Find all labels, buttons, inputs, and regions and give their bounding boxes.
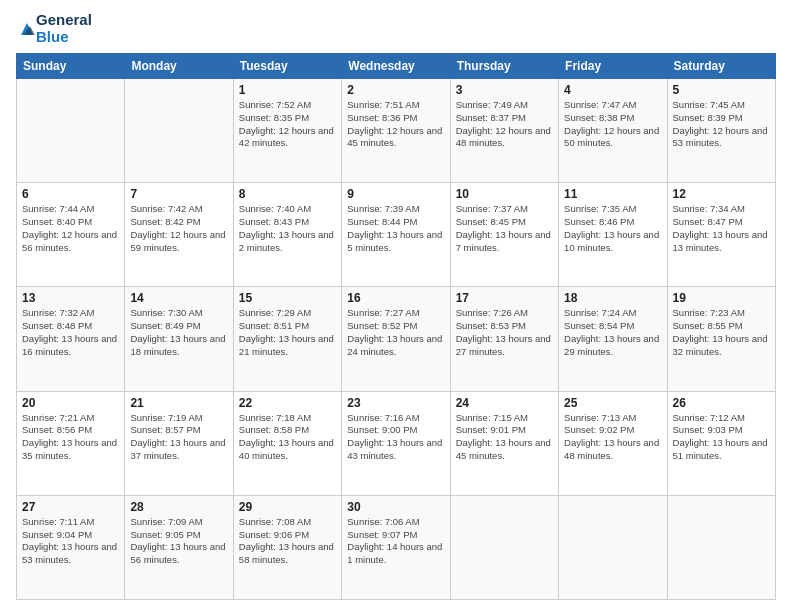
day-number: 18	[564, 291, 661, 305]
day-info: Sunrise: 7:32 AM Sunset: 8:48 PM Dayligh…	[22, 307, 119, 358]
day-cell: 4Sunrise: 7:47 AM Sunset: 8:38 PM Daylig…	[559, 79, 667, 183]
day-info: Sunrise: 7:23 AM Sunset: 8:55 PM Dayligh…	[673, 307, 770, 358]
day-cell	[667, 495, 775, 599]
day-cell: 16Sunrise: 7:27 AM Sunset: 8:52 PM Dayli…	[342, 287, 450, 391]
day-number: 13	[22, 291, 119, 305]
day-info: Sunrise: 7:12 AM Sunset: 9:03 PM Dayligh…	[673, 412, 770, 463]
day-info: Sunrise: 7:08 AM Sunset: 9:06 PM Dayligh…	[239, 516, 336, 567]
day-number: 12	[673, 187, 770, 201]
day-cell	[559, 495, 667, 599]
day-number: 20	[22, 396, 119, 410]
day-info: Sunrise: 7:39 AM Sunset: 8:44 PM Dayligh…	[347, 203, 444, 254]
day-number: 11	[564, 187, 661, 201]
day-number: 23	[347, 396, 444, 410]
day-info: Sunrise: 7:40 AM Sunset: 8:43 PM Dayligh…	[239, 203, 336, 254]
day-number: 25	[564, 396, 661, 410]
day-number: 10	[456, 187, 553, 201]
header-row: SundayMondayTuesdayWednesdayThursdayFrid…	[17, 54, 776, 79]
page: General Blue SundayMondayTuesdayWednesda…	[0, 0, 792, 612]
day-info: Sunrise: 7:45 AM Sunset: 8:39 PM Dayligh…	[673, 99, 770, 150]
day-info: Sunrise: 7:11 AM Sunset: 9:04 PM Dayligh…	[22, 516, 119, 567]
day-cell: 25Sunrise: 7:13 AM Sunset: 9:02 PM Dayli…	[559, 391, 667, 495]
week-row-4: 20Sunrise: 7:21 AM Sunset: 8:56 PM Dayli…	[17, 391, 776, 495]
day-number: 1	[239, 83, 336, 97]
day-number: 16	[347, 291, 444, 305]
col-header-tuesday: Tuesday	[233, 54, 341, 79]
day-number: 9	[347, 187, 444, 201]
logo-icon	[18, 20, 36, 38]
day-cell: 14Sunrise: 7:30 AM Sunset: 8:49 PM Dayli…	[125, 287, 233, 391]
day-number: 2	[347, 83, 444, 97]
col-header-monday: Monday	[125, 54, 233, 79]
day-number: 14	[130, 291, 227, 305]
day-cell: 23Sunrise: 7:16 AM Sunset: 9:00 PM Dayli…	[342, 391, 450, 495]
day-cell: 12Sunrise: 7:34 AM Sunset: 8:47 PM Dayli…	[667, 183, 775, 287]
week-row-3: 13Sunrise: 7:32 AM Sunset: 8:48 PM Dayli…	[17, 287, 776, 391]
day-info: Sunrise: 7:49 AM Sunset: 8:37 PM Dayligh…	[456, 99, 553, 150]
day-number: 19	[673, 291, 770, 305]
day-cell: 29Sunrise: 7:08 AM Sunset: 9:06 PM Dayli…	[233, 495, 341, 599]
col-header-wednesday: Wednesday	[342, 54, 450, 79]
day-info: Sunrise: 7:35 AM Sunset: 8:46 PM Dayligh…	[564, 203, 661, 254]
week-row-2: 6Sunrise: 7:44 AM Sunset: 8:40 PM Daylig…	[17, 183, 776, 287]
day-info: Sunrise: 7:16 AM Sunset: 9:00 PM Dayligh…	[347, 412, 444, 463]
day-number: 4	[564, 83, 661, 97]
day-number: 22	[239, 396, 336, 410]
day-cell: 22Sunrise: 7:18 AM Sunset: 8:58 PM Dayli…	[233, 391, 341, 495]
day-cell: 26Sunrise: 7:12 AM Sunset: 9:03 PM Dayli…	[667, 391, 775, 495]
col-header-sunday: Sunday	[17, 54, 125, 79]
day-info: Sunrise: 7:37 AM Sunset: 8:45 PM Dayligh…	[456, 203, 553, 254]
day-cell: 24Sunrise: 7:15 AM Sunset: 9:01 PM Dayli…	[450, 391, 558, 495]
day-number: 21	[130, 396, 227, 410]
day-cell: 8Sunrise: 7:40 AM Sunset: 8:43 PM Daylig…	[233, 183, 341, 287]
day-cell: 3Sunrise: 7:49 AM Sunset: 8:37 PM Daylig…	[450, 79, 558, 183]
logo-blue: Blue	[36, 29, 92, 46]
day-cell	[125, 79, 233, 183]
day-cell: 20Sunrise: 7:21 AM Sunset: 8:56 PM Dayli…	[17, 391, 125, 495]
day-number: 8	[239, 187, 336, 201]
day-info: Sunrise: 7:19 AM Sunset: 8:57 PM Dayligh…	[130, 412, 227, 463]
day-number: 24	[456, 396, 553, 410]
day-cell: 21Sunrise: 7:19 AM Sunset: 8:57 PM Dayli…	[125, 391, 233, 495]
day-cell: 27Sunrise: 7:11 AM Sunset: 9:04 PM Dayli…	[17, 495, 125, 599]
col-header-saturday: Saturday	[667, 54, 775, 79]
day-info: Sunrise: 7:52 AM Sunset: 8:35 PM Dayligh…	[239, 99, 336, 150]
day-cell: 18Sunrise: 7:24 AM Sunset: 8:54 PM Dayli…	[559, 287, 667, 391]
day-number: 6	[22, 187, 119, 201]
day-info: Sunrise: 7:44 AM Sunset: 8:40 PM Dayligh…	[22, 203, 119, 254]
day-number: 28	[130, 500, 227, 514]
day-cell: 5Sunrise: 7:45 AM Sunset: 8:39 PM Daylig…	[667, 79, 775, 183]
day-info: Sunrise: 7:09 AM Sunset: 9:05 PM Dayligh…	[130, 516, 227, 567]
day-number: 29	[239, 500, 336, 514]
day-info: Sunrise: 7:51 AM Sunset: 8:36 PM Dayligh…	[347, 99, 444, 150]
col-header-thursday: Thursday	[450, 54, 558, 79]
day-cell: 28Sunrise: 7:09 AM Sunset: 9:05 PM Dayli…	[125, 495, 233, 599]
logo: General Blue	[16, 12, 92, 45]
day-info: Sunrise: 7:34 AM Sunset: 8:47 PM Dayligh…	[673, 203, 770, 254]
day-number: 7	[130, 187, 227, 201]
day-cell: 2Sunrise: 7:51 AM Sunset: 8:36 PM Daylig…	[342, 79, 450, 183]
day-info: Sunrise: 7:18 AM Sunset: 8:58 PM Dayligh…	[239, 412, 336, 463]
day-number: 30	[347, 500, 444, 514]
logo-general: General	[36, 12, 92, 29]
col-header-friday: Friday	[559, 54, 667, 79]
day-cell: 17Sunrise: 7:26 AM Sunset: 8:53 PM Dayli…	[450, 287, 558, 391]
day-number: 27	[22, 500, 119, 514]
day-info: Sunrise: 7:26 AM Sunset: 8:53 PM Dayligh…	[456, 307, 553, 358]
day-number: 26	[673, 396, 770, 410]
day-number: 15	[239, 291, 336, 305]
week-row-1: 1Sunrise: 7:52 AM Sunset: 8:35 PM Daylig…	[17, 79, 776, 183]
day-info: Sunrise: 7:13 AM Sunset: 9:02 PM Dayligh…	[564, 412, 661, 463]
day-info: Sunrise: 7:15 AM Sunset: 9:01 PM Dayligh…	[456, 412, 553, 463]
day-cell: 30Sunrise: 7:06 AM Sunset: 9:07 PM Dayli…	[342, 495, 450, 599]
day-info: Sunrise: 7:06 AM Sunset: 9:07 PM Dayligh…	[347, 516, 444, 567]
week-row-5: 27Sunrise: 7:11 AM Sunset: 9:04 PM Dayli…	[17, 495, 776, 599]
header: General Blue	[16, 12, 776, 45]
day-cell: 10Sunrise: 7:37 AM Sunset: 8:45 PM Dayli…	[450, 183, 558, 287]
day-cell: 15Sunrise: 7:29 AM Sunset: 8:51 PM Dayli…	[233, 287, 341, 391]
day-info: Sunrise: 7:47 AM Sunset: 8:38 PM Dayligh…	[564, 99, 661, 150]
day-info: Sunrise: 7:42 AM Sunset: 8:42 PM Dayligh…	[130, 203, 227, 254]
day-cell: 11Sunrise: 7:35 AM Sunset: 8:46 PM Dayli…	[559, 183, 667, 287]
day-number: 3	[456, 83, 553, 97]
day-info: Sunrise: 7:29 AM Sunset: 8:51 PM Dayligh…	[239, 307, 336, 358]
